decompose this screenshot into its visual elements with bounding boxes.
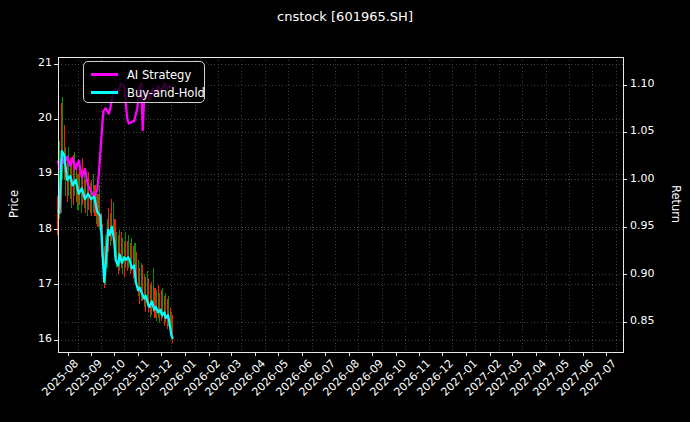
return-tick-label: 1.05 xyxy=(630,124,655,137)
price-tick-label: 18 xyxy=(38,222,52,235)
ai-strategy-line-swatch xyxy=(91,73,118,76)
return-tick-label: 0.95 xyxy=(630,219,655,232)
return-tick-label: 0.90 xyxy=(630,267,655,280)
legend: AI Strategy Buy-and-Hold xyxy=(83,61,205,103)
legend-item-buy-and-hold: Buy-and-Hold xyxy=(91,84,204,101)
buy-and-hold-line-swatch xyxy=(91,91,118,94)
return-tick-label: 1.00 xyxy=(630,172,655,185)
price-axis-label: Price xyxy=(7,190,21,218)
price-tick-label: 21 xyxy=(38,56,52,69)
price-tick-label: 20 xyxy=(38,111,52,124)
price-tick-label: 17 xyxy=(38,277,52,290)
return-tick-label: 1.10 xyxy=(630,77,655,90)
return-axis-label: Return xyxy=(669,185,683,223)
legend-label-buy-and-hold: Buy-and-Hold xyxy=(127,86,205,100)
price-tick-label: 19 xyxy=(38,166,52,179)
legend-item-ai-strategy: AI Strategy xyxy=(91,66,204,83)
return-tick-label: 0.85 xyxy=(630,314,655,327)
price-tick-label: 16 xyxy=(38,332,52,345)
figure: cnstock [601965.SH] Price Return AI Stra… xyxy=(0,0,690,422)
legend-label-ai-strategy: AI Strategy xyxy=(127,68,191,82)
